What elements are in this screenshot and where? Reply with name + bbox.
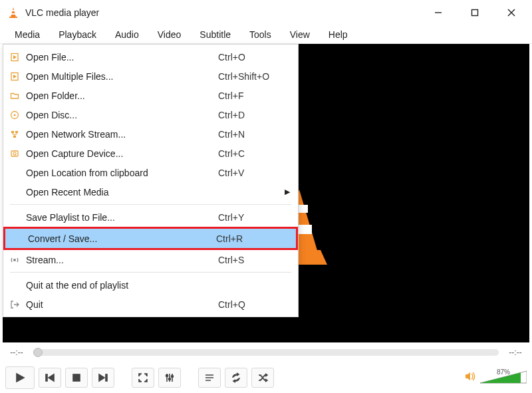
maximize-button[interactable]: [456, 0, 493, 25]
next-button[interactable]: [92, 368, 114, 388]
svg-point-17: [14, 114, 16, 116]
menu-quit-end-playlist[interactable]: Quit at the end of playlist: [3, 275, 298, 295]
svg-rect-2: [12, 10, 15, 11]
menu-save-playlist[interactable]: Save Playlist to File... Ctrl+Y: [3, 207, 298, 227]
menu-open-network-stream[interactable]: Open Network Stream... Ctrl+N: [3, 124, 298, 144]
stream-icon: [3, 255, 26, 265]
stop-button[interactable]: [65, 368, 88, 388]
media-menu-dropdown: Open File... Ctrl+O Open Multiple Files.…: [3, 44, 299, 317]
svg-rect-18: [11, 131, 14, 133]
svg-point-31: [169, 378, 171, 380]
menu-subtitle[interactable]: Subtitle: [190, 27, 240, 42]
time-total[interactable]: --:--: [504, 348, 527, 357]
svg-rect-19: [15, 131, 18, 133]
capture-icon: [3, 149, 26, 158]
svg-rect-3: [11, 13, 16, 15]
menu-playback[interactable]: Playback: [49, 27, 106, 42]
menu-separator: [10, 204, 291, 205]
minimize-button[interactable]: [420, 0, 456, 25]
menu-item-shortcut: Ctrl+C: [218, 148, 298, 159]
network-icon: [3, 130, 26, 139]
menu-open-recent-media[interactable]: Open Recent Media ▶: [3, 182, 298, 201]
svg-marker-33: [466, 372, 470, 380]
menu-convert-save[interactable]: Convert / Save... Ctrl+R: [5, 229, 296, 248]
play-button[interactable]: [5, 366, 35, 389]
svg-rect-20: [13, 136, 16, 138]
svg-marker-28: [99, 374, 104, 381]
menu-video[interactable]: Video: [148, 27, 191, 42]
shuffle-button[interactable]: [251, 368, 274, 388]
svg-rect-29: [106, 374, 107, 381]
menu-item-label: Open Folder...: [26, 90, 218, 101]
loop-button[interactable]: [225, 368, 247, 388]
menu-audio[interactable]: Audio: [106, 27, 148, 42]
svg-rect-27: [73, 374, 80, 381]
menu-quit[interactable]: Quit Ctrl+Q: [3, 295, 298, 314]
svg-point-23: [13, 259, 16, 261]
speaker-icon[interactable]: [464, 370, 476, 385]
menu-item-label: Save Playlist to File...: [26, 212, 218, 223]
menu-item-shortcut: Ctrl+Q: [218, 299, 298, 310]
menu-help[interactable]: Help: [319, 27, 357, 42]
menu-item-label: Open Location from clipboard: [26, 168, 218, 178]
menu-view[interactable]: View: [281, 27, 319, 42]
menu-separator: [10, 272, 291, 273]
menu-item-shortcut: Ctrl+V: [218, 168, 298, 178]
disc-icon: [3, 110, 26, 120]
svg-point-30: [166, 375, 168, 377]
menu-open-folder[interactable]: Open Folder... Ctrl+F: [3, 86, 298, 105]
menu-item-label: Open Capture Device...: [26, 148, 218, 159]
menu-item-shortcut: Ctrl+F: [218, 90, 298, 101]
folder-icon: [3, 91, 26, 100]
menu-item-shortcut: Ctrl+Shift+O: [218, 71, 298, 82]
menu-media[interactable]: Media: [5, 27, 49, 42]
window-title: VLC media player: [25, 7, 420, 18]
titlebar: VLC media player: [0, 0, 532, 25]
menu-item-label: Open Disc...: [26, 110, 218, 120]
menu-item-shortcut: Ctrl+N: [218, 129, 298, 140]
menu-item-label: Stream...: [26, 255, 218, 265]
menu-item-label: Open Network Stream...: [26, 129, 218, 140]
menu-open-capture-device[interactable]: Open Capture Device... Ctrl+C: [3, 144, 298, 163]
menu-tools[interactable]: Tools: [240, 27, 281, 42]
svg-rect-5: [471, 10, 477, 16]
menubar: Media Playback Audio Video Subtitle Tool…: [0, 25, 532, 44]
quit-icon: [3, 300, 26, 309]
seek-slider[interactable]: [33, 349, 499, 356]
svg-point-32: [172, 376, 174, 378]
menu-item-shortcut: Ctrl+D: [218, 110, 298, 120]
close-button[interactable]: [493, 0, 529, 25]
menu-item-shortcut: Ctrl+O: [218, 52, 298, 63]
menu-open-location-clipboard[interactable]: Open Location from clipboard Ctrl+V: [3, 163, 298, 182]
menu-item-shortcut: Ctrl+R: [216, 233, 296, 244]
playlist-button[interactable]: [198, 368, 221, 388]
file-icon: [3, 53, 26, 62]
menu-item-label: Open Recent Media: [26, 187, 218, 197]
svg-rect-25: [46, 374, 47, 381]
menu-open-file[interactable]: Open File... Ctrl+O: [3, 47, 298, 66]
svg-point-22: [13, 152, 16, 155]
menu-item-shortcut: Ctrl+S: [218, 255, 298, 265]
menu-item-label: Open File...: [26, 52, 218, 63]
extended-settings-button[interactable]: [158, 368, 181, 388]
menu-open-disc[interactable]: Open Disc... Ctrl+D: [3, 105, 298, 124]
volume-percent: 87%: [497, 368, 510, 376]
fullscreen-button[interactable]: [132, 368, 154, 388]
svg-rect-21: [11, 151, 18, 156]
volume-slider[interactable]: 87%: [480, 370, 527, 386]
svg-marker-0: [11, 7, 16, 17]
svg-marker-13: [13, 55, 17, 59]
menu-item-label: Convert / Save...: [28, 233, 216, 244]
menu-stream[interactable]: Stream... Ctrl+S: [3, 250, 298, 269]
highlight-annotation: Convert / Save... Ctrl+R: [3, 227, 298, 250]
time-current[interactable]: --:--: [5, 348, 28, 357]
vlc-cone-icon: [7, 6, 20, 19]
svg-marker-26: [49, 374, 54, 381]
svg-rect-1: [9, 17, 17, 18]
previous-button[interactable]: [39, 368, 61, 388]
svg-marker-24: [17, 374, 24, 382]
playback-controls: --:-- --:-- 87%: [0, 342, 532, 393]
menu-open-multiple-files[interactable]: Open Multiple Files... Ctrl+Shift+O: [3, 66, 298, 86]
menu-item-shortcut: Ctrl+Y: [218, 212, 298, 223]
file-icon: [3, 72, 26, 81]
